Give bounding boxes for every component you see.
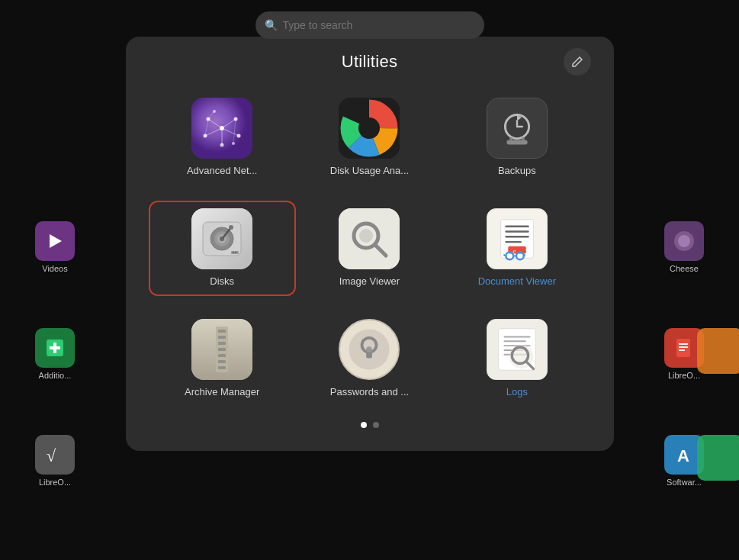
svg-rect-39 (506, 140, 527, 145)
svg-rect-62 (505, 241, 521, 243)
app-item-disks[interactable]: Disks (149, 201, 296, 296)
svg-rect-52 (235, 252, 236, 253)
desktop-icon-partial (697, 328, 739, 374)
app-grid: Advanced Net... Disk Usage Ana... (149, 90, 591, 407)
app-item-image-viewer[interactable]: Image Viewer (296, 201, 443, 296)
svg-rect-78 (218, 366, 226, 369)
desktop-icon-cheese-label: Cheese (670, 264, 699, 273)
app-label-disks: Disks (210, 275, 234, 288)
desktop-icon-videos-label: Videos (42, 264, 67, 273)
modal-title: Utilities (342, 52, 398, 72)
app-item-passwords[interactable]: Passwords and ... (296, 311, 443, 407)
svg-rect-59 (505, 225, 529, 227)
desktop-icon-partial2 (697, 435, 739, 481)
desktop-icon-cheese[interactable]: Cheese (654, 221, 715, 273)
svg-text:√: √ (47, 446, 56, 465)
search-icon: 🔍 (265, 19, 278, 31)
svg-rect-51 (233, 252, 234, 253)
search-bar-container: 🔍 (255, 11, 484, 39)
desktop-icon-libreoffice[interactable]: √ LibreO... (24, 435, 85, 487)
search-bar: 🔍 (255, 11, 484, 39)
modal-header: Utilities (149, 52, 591, 72)
app-item-document-viewer[interactable]: e Document Viewer (443, 201, 590, 296)
app-label-image-viewer: Image Viewer (339, 275, 400, 288)
svg-line-68 (503, 254, 505, 256)
svg-rect-72 (218, 330, 226, 333)
svg-rect-76 (218, 354, 226, 357)
app-item-archive-manager[interactable]: Archive Manager (149, 311, 296, 407)
svg-line-69 (524, 254, 525, 256)
desktop-icon-additio[interactable]: Additio... (24, 328, 85, 380)
app-icon-advanced-net (191, 98, 252, 159)
app-item-disk-usage[interactable]: Disk Usage Ana... (296, 90, 443, 185)
svg-point-83 (367, 346, 373, 352)
svg-rect-8 (679, 343, 688, 345)
svg-point-34 (358, 117, 380, 139)
desktop-icon-additio-label: Additio... (39, 371, 72, 380)
svg-rect-87 (503, 340, 525, 342)
svg-point-49 (229, 225, 233, 230)
app-icon-passwords (339, 319, 400, 380)
svg-rect-61 (505, 236, 529, 237)
desktop-icon-libreoffice2-label: LibreO... (668, 371, 700, 380)
app-item-backups[interactable]: Backups (443, 90, 590, 185)
edit-button[interactable] (564, 48, 591, 76)
app-icon-logs (487, 319, 548, 380)
app-label-passwords: Passwords and ... (330, 386, 409, 399)
app-icon-disks (191, 208, 252, 269)
desktop-icon-libreoffice-label: LibreO... (39, 478, 71, 487)
svg-rect-73 (218, 336, 226, 339)
desktop-icon-software-label: Softwar... (667, 478, 702, 487)
app-label-backups: Backups (498, 165, 536, 178)
svg-text:A: A (677, 446, 689, 465)
svg-point-6 (678, 235, 690, 247)
app-icon-backups (487, 98, 548, 159)
svg-point-55 (359, 229, 373, 243)
app-label-advanced-net: Advanced Net... (187, 165, 258, 178)
app-label-logs: Logs (506, 386, 528, 399)
svg-marker-0 (50, 234, 62, 248)
app-item-logs[interactable]: Logs (443, 311, 590, 407)
app-label-archive-manager: Archive Manager (185, 386, 259, 399)
utilities-modal: Utilities (126, 37, 614, 451)
search-input[interactable] (283, 19, 471, 31)
app-icon-archive-manager (191, 319, 252, 380)
app-icon-disk-usage (339, 98, 400, 159)
svg-rect-60 (505, 230, 529, 232)
app-label-document-viewer: Document Viewer (478, 275, 556, 288)
svg-rect-40 (509, 137, 512, 140)
app-icon-document-viewer: e (487, 208, 548, 269)
svg-rect-77 (218, 360, 226, 363)
dot-2[interactable] (373, 422, 379, 428)
app-item-advanced-net[interactable]: Advanced Net... (149, 90, 296, 185)
svg-rect-74 (218, 342, 226, 345)
svg-rect-10 (679, 349, 685, 351)
svg-rect-9 (679, 346, 688, 348)
svg-rect-75 (218, 348, 226, 351)
app-icon-image-viewer (339, 208, 400, 269)
svg-rect-3 (50, 346, 60, 349)
desktop-icon-videos[interactable]: Videos (24, 221, 85, 273)
dot-1[interactable] (361, 422, 367, 428)
pagination-dots (149, 422, 591, 428)
svg-rect-35 (487, 98, 547, 158)
svg-rect-86 (503, 336, 530, 337)
app-label-disk-usage: Disk Usage Ana... (330, 165, 409, 178)
svg-rect-41 (522, 137, 525, 140)
